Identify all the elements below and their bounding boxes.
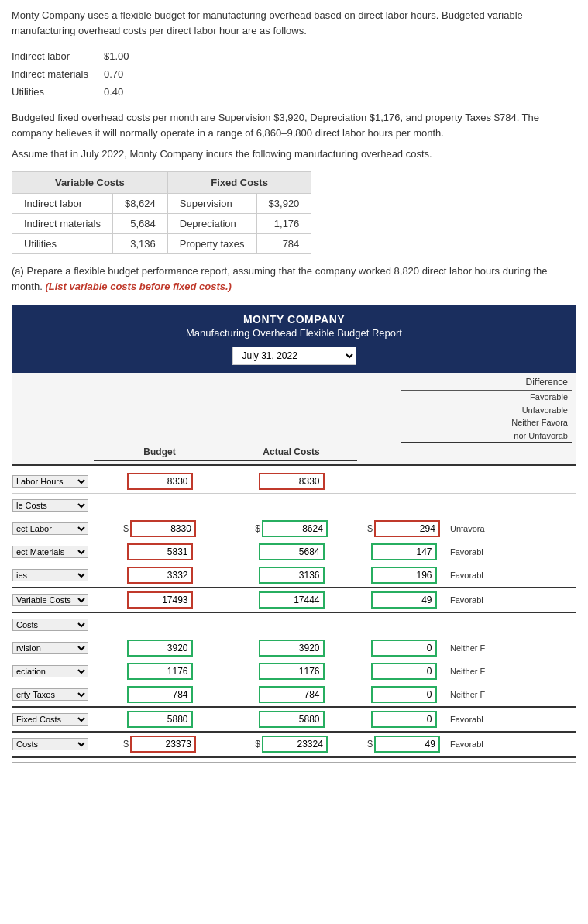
labor-hours-dropdown[interactable]: Labor Hours [12, 475, 88, 488]
property-taxes-diff-type: Neither F [450, 690, 528, 699]
company-name: MONTY COMPANY [16, 313, 572, 326]
indirect-labor-dropdown[interactable]: ect Labor [12, 522, 88, 535]
indirect-materials-dropdown[interactable]: ect Materials [12, 546, 88, 558]
fixed-costs-section-row: Costs [12, 613, 576, 636]
total-costs-diff-input[interactable]: 49 [374, 736, 440, 753]
row1-fix-label: Supervision [167, 193, 256, 213]
fixed-costs-header: Fixed Costs [167, 171, 311, 193]
row3-fix-label: Property taxes [167, 233, 256, 253]
supervision-diff-type: Neither F [450, 643, 528, 653]
question-text: (a) Prepare a flexible budget performanc… [12, 264, 576, 296]
indirect-labor-actual-dollar: $ [255, 523, 262, 534]
variable-costs-section-row: le Costs [12, 494, 576, 517]
utilities-value: 0.40 [104, 83, 145, 101]
row3-var-label: Utilities [12, 233, 113, 253]
labor-hours-budget-input[interactable]: 8330 [127, 473, 193, 490]
indirect-labor-diff-type: Unfavora [450, 524, 528, 533]
total-variable-diff-type: Favorabl [450, 595, 528, 605]
indirect-labor-actual-input[interactable]: 8624 [262, 520, 328, 537]
row3-fix-val: 784 [256, 233, 311, 253]
indirect-materials-value: 0.70 [104, 65, 145, 83]
variable-costs-section-dropdown[interactable]: le Costs [12, 499, 88, 512]
total-costs-diff-type: Favorabl [450, 740, 528, 749]
fixed-costs-section-dropdown[interactable]: Costs [12, 619, 88, 631]
indirect-materials-budget-input[interactable]: 5831 [127, 543, 193, 560]
fav-unfav-header: Favorable Unfavorable Neither Favora nor… [401, 391, 572, 443]
report-date-row: July 31, 2022 [12, 346, 576, 373]
report-rows: Labor Hours 8330 8330 le Costs [12, 466, 576, 762]
row2-fix-label: Depreciation [167, 213, 256, 233]
indirect-materials-label: Indirect materials [12, 65, 104, 83]
labor-hours-row: Labor Hours 8330 8330 [12, 470, 576, 494]
total-costs-diff-dollar: $ [367, 739, 374, 750]
total-fixed-diff-type: Favorabl [450, 715, 528, 724]
indirect-labor-budget-input[interactable]: 8330 [130, 520, 196, 537]
total-fixed-actual-input[interactable]: 5880 [259, 711, 325, 728]
indirect-materials-diff-type: Favorabl [450, 547, 528, 557]
total-variable-row: Variable Costs 17493 17444 49 Favorabl [12, 587, 576, 613]
utilities-label: Utilities [12, 83, 104, 101]
row2-var-label: Indirect materials [12, 213, 113, 233]
indirect-labor-row: ect Labor $ 8330 $ 8624 $ 294 Unfavora [12, 517, 576, 540]
utilities-budget-input[interactable]: 3332 [127, 567, 193, 584]
indirect-labor-diff-dollar: $ [367, 523, 374, 534]
total-costs-actual-input[interactable]: 23324 [262, 736, 328, 753]
utilities-dropdown[interactable]: ies [12, 569, 88, 581]
indirect-labor-budget-dollar: $ [123, 523, 130, 534]
utilities-diff-input[interactable]: 196 [371, 567, 437, 584]
labor-hours-actual-input[interactable]: 8330 [259, 473, 325, 490]
difference-header: Difference [401, 377, 572, 391]
variable-rates-table: Indirect labor $1.00 Indirect materials … [12, 47, 145, 101]
total-costs-dropdown[interactable]: Costs [12, 738, 88, 750]
indirect-labor-diff-input[interactable]: 294 [374, 520, 440, 537]
indirect-materials-row: ect Materials 5831 5684 147 Favorabl [12, 540, 576, 564]
indirect-labor-label: Indirect labor [12, 47, 104, 65]
report-header: MONTY COMPANY Manufacturing Overhead Fle… [12, 305, 576, 346]
total-fixed-row: Fixed Costs 5880 5880 0 Favorabl [12, 706, 576, 733]
supervision-dropdown[interactable]: rvision [12, 642, 88, 654]
report-title: Manufacturing Overhead Flexible Budget R… [16, 327, 572, 339]
row2-var-val: 5,684 [112, 213, 167, 233]
costs-table: Variable Costs Fixed Costs Indirect labo… [12, 171, 311, 254]
property-taxes-budget-input[interactable]: 784 [127, 686, 193, 703]
indirect-materials-actual-input[interactable]: 5684 [259, 543, 325, 560]
intro-paragraph-1: Monty Company uses a flexible budget for… [12, 8, 576, 38]
total-costs-budget-dollar: $ [123, 739, 130, 750]
property-taxes-actual-input[interactable]: 784 [259, 686, 325, 703]
indirect-materials-diff-input[interactable]: 147 [371, 543, 437, 560]
indirect-labor-value: $1.00 [104, 47, 145, 65]
total-variable-diff-input[interactable]: 49 [371, 591, 437, 609]
total-fixed-dropdown[interactable]: Fixed Costs [12, 713, 88, 726]
total-variable-budget-input[interactable]: 17493 [127, 591, 193, 609]
utilities-diff-type: Favorabl [450, 571, 528, 580]
intro-paragraph-3: Assume that in July 2022, Monty Company … [12, 147, 576, 162]
intro-paragraph-2: Budgeted fixed overhead costs per month … [12, 110, 576, 140]
supervision-actual-input[interactable]: 3920 [259, 640, 325, 657]
total-variable-actual-input[interactable]: 17444 [259, 591, 325, 609]
total-costs-row: Costs $ 23373 $ 23324 $ 49 Favorabl [12, 733, 576, 758]
supervision-budget-input[interactable]: 3920 [127, 640, 193, 657]
actual-costs-column-header: Actual Costs [225, 446, 357, 461]
property-taxes-dropdown[interactable]: erty Taxes [12, 688, 88, 701]
total-costs-budget-input[interactable]: 23373 [130, 736, 196, 753]
supervision-diff-input[interactable]: 0 [371, 640, 437, 657]
property-taxes-diff-input[interactable]: 0 [371, 686, 437, 703]
row1-fix-val: $3,920 [256, 193, 311, 213]
total-variable-dropdown[interactable]: Variable Costs [12, 594, 88, 606]
date-dropdown[interactable]: July 31, 2022 [232, 346, 356, 365]
row1-var-val: $8,624 [112, 193, 167, 213]
budget-report: MONTY COMPANY Manufacturing Overhead Fle… [12, 305, 576, 763]
depreciation-diff-input[interactable]: 0 [371, 663, 437, 680]
budget-column-header: Budget [94, 446, 225, 461]
variable-costs-header: Variable Costs [12, 171, 168, 193]
supervision-row: rvision 3920 3920 0 Neither F [12, 636, 576, 660]
depreciation-diff-type: Neither F [450, 667, 528, 676]
depreciation-row: eciation 1176 1176 0 Neither F [12, 660, 576, 683]
depreciation-dropdown[interactable]: eciation [12, 665, 88, 677]
total-fixed-diff-input[interactable]: 0 [371, 711, 437, 728]
total-fixed-budget-input[interactable]: 5880 [127, 711, 193, 728]
depreciation-actual-input[interactable]: 1176 [259, 663, 325, 680]
property-taxes-row: erty Taxes 784 784 0 Neither F [12, 683, 576, 706]
depreciation-budget-input[interactable]: 1176 [127, 663, 193, 680]
utilities-actual-input[interactable]: 3136 [259, 567, 325, 584]
